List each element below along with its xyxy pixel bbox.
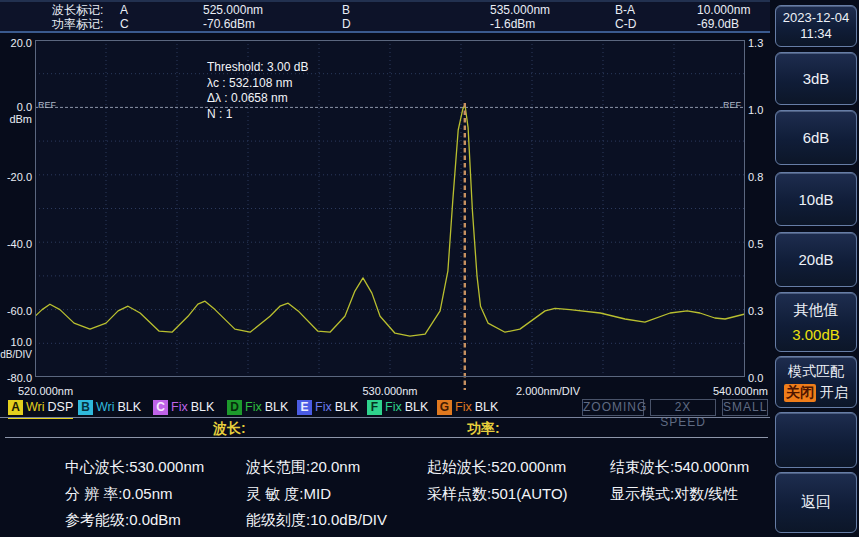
trace-f-swatch: F: [367, 400, 382, 415]
ref-label-right: REF: [723, 100, 741, 110]
marker-a-value: 525.000nm: [203, 3, 263, 17]
mode-match-button[interactable]: 模式匹配 关闭 开启: [775, 356, 857, 408]
marker-cd-value: -69.0dB: [697, 17, 739, 31]
mode-match-off-chip[interactable]: 关闭: [784, 384, 816, 402]
trace-e-swatch: E: [297, 400, 312, 415]
sample-points-value: 采样点数:501(AUTO): [427, 485, 568, 504]
trace-e-selector[interactable]: E Fix BLK: [297, 398, 358, 416]
ytick-left-0: 0.0: [0, 101, 32, 113]
ytick-left-m20: -20.0: [0, 171, 32, 183]
trace-g-status: BLK: [475, 400, 499, 414]
start-wavelength-value: 起始波长:520.000nm: [427, 458, 566, 477]
trace-c-mode: Fix: [171, 400, 188, 414]
marker-b-value: 535.000nm: [490, 3, 550, 17]
span-value: 波长范围:20.0nm: [246, 458, 360, 477]
ytick-left-m80: -80.0: [0, 372, 32, 384]
other-value-button[interactable]: 其他值 3.00dB: [775, 292, 857, 352]
2x-speed-button[interactable]: 2X SPEED: [650, 399, 716, 416]
y-unit-dbm: dBm: [0, 113, 32, 125]
power-section-header: 功率:: [467, 420, 500, 438]
mode-match-label: 模式匹配: [788, 363, 844, 381]
sensitivity-value: 灵 敏 度:MID: [246, 485, 331, 504]
wavelength-section-header: 波长:: [213, 420, 246, 438]
xtick-center: 530.000nm: [355, 385, 425, 397]
6db-button[interactable]: 6dB: [775, 110, 857, 165]
wavelength-section-line: [5, 437, 430, 438]
marker-a: A: [120, 3, 128, 17]
trace-f-mode: Fix: [385, 400, 402, 414]
trace-f-status: BLK: [405, 400, 429, 414]
trace-c-swatch: C: [153, 400, 168, 415]
ytick-left-m40: -40.0: [0, 238, 32, 250]
back-button[interactable]: 返回: [775, 472, 857, 533]
wavelength-marker-label: 波长标记:: [52, 3, 103, 17]
panel-divider: [0, 417, 770, 418]
trace-e-mode: Fix: [315, 400, 332, 414]
annotation-delta-lambda: Δλ : 0.0658 nm: [207, 91, 308, 107]
20db-button[interactable]: 20dB: [775, 232, 857, 287]
small-button[interactable]: SMALL: [722, 399, 768, 416]
spectrum-plot: [35, 40, 745, 392]
annotation-center-wavelength: λc : 532.108 nm: [207, 76, 308, 92]
annotation-threshold: Threshold: 3.00 dB: [207, 60, 308, 76]
xtick-start: 520.000nm: [18, 385, 73, 397]
other-value-amount: 3.00dB: [792, 326, 840, 343]
trace-d-status: BLK: [265, 400, 289, 414]
10db-button[interactable]: 10dB: [775, 172, 857, 226]
trace-a-status: DSP: [48, 400, 74, 414]
datetime-button[interactable]: 2023-12-04 11:34: [775, 5, 857, 47]
display-mode-value: 显示模式:对数/线性: [610, 485, 738, 504]
trace-g-swatch: G: [437, 400, 452, 415]
y-scale-unit: dB/DIV: [0, 349, 32, 361]
trace-b-mode: Wri: [96, 400, 115, 414]
marker-d: D: [342, 17, 351, 31]
trace-d-swatch: D: [227, 400, 242, 415]
xtick-end: 540.000nm: [700, 385, 768, 397]
trace-f-selector[interactable]: F Fix BLK: [367, 398, 428, 416]
blank-button[interactable]: [775, 412, 857, 468]
trace-d-selector[interactable]: D Fix BLK: [227, 398, 288, 416]
ytick-left-m60: -60.0: [0, 305, 32, 317]
trace-b-selector[interactable]: B Wri BLK: [78, 398, 141, 416]
trace-c-selector[interactable]: C Fix BLK: [153, 398, 214, 416]
ytick-left-20: 20.0: [0, 37, 32, 49]
level-scale-value: 能级刻度:10.0dB/DIV: [246, 511, 387, 530]
trace-a-swatch: A: [8, 400, 23, 415]
center-wavelength-value: 中心波长:530.000nm: [65, 458, 204, 477]
date-text: 2023-12-04: [783, 10, 850, 26]
trace-c-status: BLK: [191, 400, 215, 414]
reference-level-value: 参考能级:0.0dBm: [65, 511, 181, 530]
power-marker-label: 功率标记:: [52, 17, 103, 31]
mode-match-on-option[interactable]: 开启: [820, 384, 848, 402]
osa-screen: 波长标记: A 525.000nm B 535.000nm B-A 10.000…: [0, 0, 859, 537]
marker-ba-value: 10.000nm: [697, 3, 750, 17]
marker-c: C: [120, 17, 129, 31]
annotation-n-count: N : 1: [207, 107, 308, 123]
marker-c-value: -70.6dBm: [203, 17, 255, 31]
3db-button[interactable]: 3dB: [775, 52, 857, 105]
trace-g-mode: Fix: [455, 400, 472, 414]
trace-b-swatch: B: [78, 400, 93, 415]
marker-ba: B-A: [615, 3, 635, 17]
time-text: 11:34: [800, 26, 832, 42]
trace-g-selector[interactable]: G Fix BLK: [437, 398, 498, 416]
trace-d-mode: Fix: [245, 400, 262, 414]
ref-label-left: REF: [38, 100, 56, 110]
marker-d-value: -1.6dBm: [490, 17, 535, 31]
trace-a-mode: Wri: [26, 400, 45, 414]
zooming-button[interactable]: ZOOMING: [582, 399, 644, 416]
trace-a-selector[interactable]: A Wri DSP: [8, 398, 73, 419]
resolution-value: 分 辨 率:0.05nm: [65, 485, 173, 504]
trace-e-status: BLK: [335, 400, 359, 414]
marker-b: B: [342, 3, 350, 17]
other-value-label: 其他值: [794, 301, 839, 320]
marker-header: 波长标记: A 525.000nm B 535.000nm B-A 10.000…: [0, 0, 770, 33]
trace-b-status: BLK: [118, 400, 142, 414]
power-section-line: [425, 437, 768, 438]
marker-cd: C-D: [615, 17, 636, 31]
y-scale-value: 10.0: [0, 336, 32, 348]
x-div-label: 2.000nm/DIV: [516, 385, 580, 397]
peak-analysis-annotation: Threshold: 3.00 dB λc : 532.108 nm Δλ : …: [207, 60, 308, 122]
stop-wavelength-value: 结束波长:540.000nm: [610, 458, 749, 477]
